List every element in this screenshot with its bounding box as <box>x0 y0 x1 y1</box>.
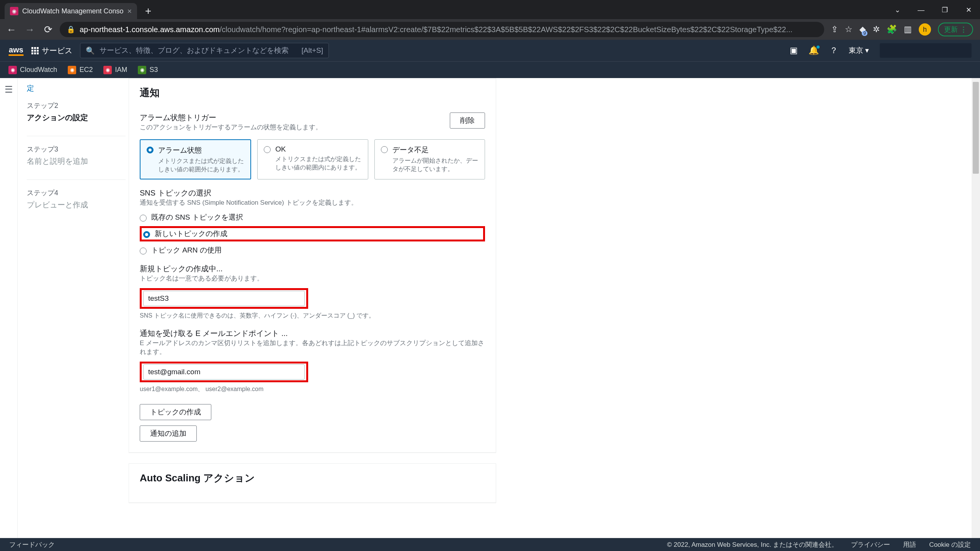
cookies-link[interactable]: Cookie の設定 <box>929 540 971 549</box>
share-icon[interactable]: ⇪ <box>831 24 838 34</box>
url-text: ap-northeast-1.console.aws.amazon.com/cl… <box>80 25 792 34</box>
copyright-text: © 2022, Amazon Web Services, Inc. またはその関… <box>667 540 838 549</box>
delete-button[interactable]: 削除 <box>450 112 485 129</box>
extensions-puzzle-icon[interactable]: 🧩 <box>887 24 897 34</box>
create-topic-button[interactable]: トピックの作成 <box>140 404 211 420</box>
highlight-email <box>140 362 308 382</box>
window-minimize-icon[interactable]: ― <box>910 1 933 19</box>
tile-ok[interactable]: OK メトリクスまたは式が定義したしきい値の範囲内にあります。 <box>257 139 368 179</box>
radio-insufficient[interactable] <box>381 146 388 153</box>
newtopic-desc: トピック名は一意である必要があります。 <box>140 274 485 283</box>
tile-alarm[interactable]: アラーム状態 メトリクスまたは式が定義したしきい値の範囲外にあります。 <box>140 139 251 179</box>
feedback-link[interactable]: フィードバック <box>9 540 55 549</box>
card-heading: 通知 <box>140 86 485 99</box>
highlight-create-topic: 新しいトピックの作成 <box>140 226 485 241</box>
aws-footer: フィードバック © 2022, Amazon Web Services, Inc… <box>0 538 980 551</box>
highlight-topic-name <box>140 288 308 309</box>
extension-badge-icon[interactable]: ◆9 <box>859 24 866 34</box>
profile-avatar[interactable]: h <box>919 23 931 36</box>
step1-sublabel[interactable]: 定 <box>27 83 126 93</box>
region-selector[interactable]: 東京 ▾ <box>849 46 869 55</box>
topic-name-input[interactable] <box>143 291 305 306</box>
aws-logo[interactable]: aws <box>8 46 24 56</box>
sns-option-existing[interactable]: 既存の SNS トピックを選択 <box>140 212 485 222</box>
search-icon: 🔍 <box>86 46 95 55</box>
step2-number: ステップ2 <box>27 101 126 110</box>
hamburger-icon[interactable]: ☰ <box>5 84 13 538</box>
window-close-icon[interactable]: ✕ <box>957 1 980 19</box>
radio-alarm[interactable] <box>147 147 154 153</box>
autoscaling-card: Auto Scaling アクション <box>129 463 496 503</box>
email-hint: user1@example.com、 user2@example.com <box>140 385 485 393</box>
services-label: サービス <box>42 46 72 56</box>
services-menu[interactable]: サービス <box>31 46 72 56</box>
tile-ok-desc: メトリクスまたは式が定義したしきい値の範囲内にあります。 <box>275 155 361 171</box>
cloudwatch-icon: ◉ <box>8 66 17 74</box>
window-caret-icon[interactable]: ⌄ <box>886 1 909 19</box>
cloudwatch-favicon: ◉ <box>10 7 18 15</box>
tile-alarm-title: アラーム状態 <box>158 145 244 155</box>
subnav-ec2[interactable]: ◉EC2 <box>68 66 93 74</box>
help-icon[interactable]: ？ <box>830 45 838 56</box>
star-icon[interactable]: ☆ <box>845 24 853 34</box>
privacy-link[interactable]: プライバシー <box>851 540 890 549</box>
step4-number: ステップ4 <box>27 188 126 197</box>
scrollbar-thumb[interactable] <box>973 82 979 174</box>
email-label: 通知を受け取る E メールエンドポイント ... <box>140 328 485 339</box>
sns-option-arn[interactable]: トピック ARN の使用 <box>140 245 485 255</box>
account-menu[interactable] <box>880 43 972 58</box>
aws-global-header: aws サービス 🔍 サービス、特徴、ブログ、およびドキュメントなどを検索 [A… <box>0 40 980 61</box>
sns-label: SNS トピックの選択 <box>140 188 485 198</box>
tab-title: CloudWatch Management Conso <box>22 7 123 15</box>
search-hint: [Alt+S] <box>302 46 323 55</box>
step3-title: 名前と説明を追加 <box>27 156 126 166</box>
search-placeholder: サービス、特徴、ブログ、およびドキュメントなどを検索 <box>100 46 289 55</box>
browser-tab[interactable]: ◉ CloudWatch Management Conso × <box>5 3 137 19</box>
tile-insufficient-desc: アラームが開始されたか、データが不足しています。 <box>392 156 479 173</box>
tile-insufficient[interactable]: データ不足 アラームが開始されたか、データが不足しています。 <box>374 139 485 179</box>
trigger-desc: このアクションをトリガーするアラームの状態を定義します。 <box>140 123 322 132</box>
tile-insufficient-title: データ不足 <box>392 145 479 155</box>
extension-icon[interactable]: ✲ <box>873 24 880 34</box>
radio-ok[interactable] <box>264 146 271 153</box>
nav-back-icon[interactable]: ← <box>5 24 18 36</box>
add-notification-button[interactable]: 通知の追加 <box>140 425 197 442</box>
sns-desc: 通知を受信する SNS (Simple Notification Service… <box>140 198 485 207</box>
step2-title: アクションの設定 <box>27 112 126 123</box>
trigger-tiles: アラーム状態 メトリクスまたは式が定義したしきい値の範囲外にあります。 OK メ… <box>140 139 485 179</box>
tile-ok-title: OK <box>275 145 361 153</box>
lock-icon: 🔒 <box>67 25 75 34</box>
address-bar[interactable]: 🔒 ap-northeast-1.console.aws.amazon.com/… <box>60 22 824 37</box>
s3-icon: ◉ <box>138 66 146 74</box>
newtopic-label: 新規トピックの作成中... <box>140 264 485 274</box>
sns-option-create[interactable]: 新しいトピックの作成 <box>143 229 482 239</box>
new-tab-button[interactable]: + <box>141 4 155 18</box>
nav-reload-icon[interactable]: ⟳ <box>41 24 55 36</box>
grid-icon <box>31 47 39 54</box>
email-input[interactable] <box>143 364 305 380</box>
tile-alarm-desc: メトリクスまたは式が定義したしきい値の範囲外にあります。 <box>158 157 244 173</box>
notifications-icon[interactable]: 🔔 <box>808 46 819 55</box>
window-maximize-icon[interactable]: ❐ <box>933 1 956 19</box>
iam-icon: ◉ <box>103 66 112 74</box>
newtopic-hint: SNS トピック名に使用できるのは、英数字、ハイフン (-)、アンダースコア (… <box>140 312 485 320</box>
subnav-cloudwatch[interactable]: ◉CloudWatch <box>8 66 57 74</box>
wizard-steps: 定 ステップ2 アクションの設定 ステップ3 名前と説明を追加 ステップ4 プレ… <box>18 78 129 538</box>
update-button[interactable]: 更新 ⋮ <box>938 23 973 36</box>
global-search[interactable]: 🔍 サービス、特徴、ブログ、およびドキュメントなどを検索 [Alt+S] <box>80 43 329 58</box>
trigger-label: アラーム状態トリガー <box>140 112 322 123</box>
nav-forward-icon: → <box>23 24 37 36</box>
tab-close-icon[interactable]: × <box>127 7 132 16</box>
notification-card: 通知 アラーム状態トリガー このアクションをトリガーするアラームの状態を定義しま… <box>129 78 496 453</box>
ec2-icon: ◉ <box>68 66 76 74</box>
subnav-s3[interactable]: ◉S3 <box>138 66 158 74</box>
scrollbar[interactable] <box>972 78 980 538</box>
step4-title: プレビューと作成 <box>27 200 126 210</box>
email-desc: E メールアドレスのカンマ区切りリストを追加します。各あどれすは上記トピックのサ… <box>140 339 485 356</box>
step3-number: ステップ3 <box>27 145 126 154</box>
aws-service-subnav: ◉CloudWatch ◉EC2 ◉IAM ◉S3 <box>0 61 980 78</box>
cloudshell-icon[interactable]: ▣ <box>790 46 798 55</box>
subnav-iam[interactable]: ◉IAM <box>103 66 127 74</box>
terms-link[interactable]: 用語 <box>903 540 916 549</box>
sidepanel-icon[interactable]: ▥ <box>904 24 912 34</box>
